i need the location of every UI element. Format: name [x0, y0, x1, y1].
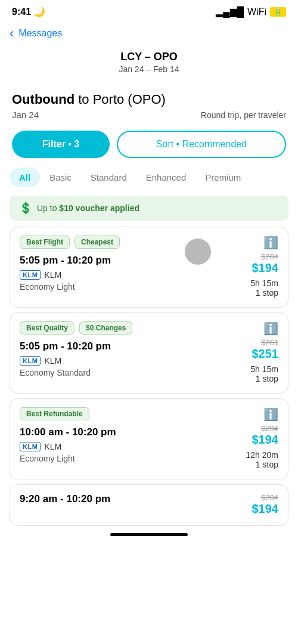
flight-2-times: 5:05 pm - 10:20 pm	[20, 340, 132, 352]
nav-bar: ‹ Messages	[0, 21, 298, 48]
flight-2-airline-row: KLM KLM	[20, 356, 132, 366]
wifi-icon: WiFi	[247, 7, 266, 17]
flight-1-airline-name: KLM	[44, 270, 61, 280]
badge-cheapest: Cheapest	[74, 236, 120, 249]
flight-2-airline-name: KLM	[44, 356, 61, 366]
voucher-text: Up to $10 voucher applied	[37, 203, 139, 213]
flight-3-times: 10:00 am - 10:20 pm	[20, 426, 116, 438]
flight-2-info-icon[interactable]: ℹ️	[263, 321, 278, 336]
badge-best-flight: Best Flight	[20, 236, 70, 249]
flight-1-airline-logo: KLM	[20, 270, 41, 280]
flight-2-airline-logo: KLM	[20, 356, 41, 366]
partial-original-price: $204	[252, 493, 279, 502]
flight-1-stops: 1 stop	[256, 288, 278, 298]
route-title: LCY – OPO	[10, 51, 288, 63]
route-dates: Jan 24 – Feb 14	[10, 64, 288, 74]
flight-2-original-price: $261	[252, 338, 279, 347]
flight-1-info-icon[interactable]: ℹ️	[263, 236, 278, 250]
outbound-label: Outbound	[12, 92, 74, 107]
status-time: 9:41 🌙	[12, 6, 45, 17]
flight-3-current-price: $194	[252, 433, 279, 447]
status-icons: ▂▄▆█ WiFi 🔋	[216, 6, 286, 17]
tab-standard[interactable]: Standard	[81, 168, 136, 187]
flight-2-badges: Best Quality $0 Changes	[20, 321, 132, 335]
flight-card-partial[interactable]: 9:20 am - 10:20 pm $204 $194	[10, 484, 288, 526]
flight-card-3[interactable]: Best Refundable 10:00 am - 10:20 pm KLM …	[10, 398, 288, 479]
home-indicator	[110, 533, 188, 536]
flight-3-info-icon[interactable]: ℹ️	[263, 407, 278, 422]
status-bar: 9:41 🌙 ▂▄▆█ WiFi 🔋	[0, 0, 298, 21]
flight-3-badges: Best Refundable	[20, 407, 116, 420]
route-header: LCY – OPO Jan 24 – Feb 14	[0, 48, 298, 82]
flight-3-airline-name: KLM	[44, 442, 61, 451]
badge-best-refundable: Best Refundable	[20, 407, 89, 420]
flight-1-times: 5:05 pm - 10:20 pm	[20, 255, 120, 267]
filter-sort-row: Filter • 3 Sort • Recommended	[0, 122, 298, 164]
flight-2-price: $261 $251	[252, 338, 279, 361]
flight-1-duration: 5h 15m	[250, 278, 278, 288]
flight-2-stops: 1 stop	[256, 374, 278, 383]
page-title-section: Outbound to Porto (OPO) Jan 24 Round tri…	[0, 82, 298, 122]
flight-1-original-price: $204	[252, 252, 279, 261]
trip-date: Jan 24	[12, 110, 39, 120]
flight-card-1[interactable]: Best Flight Cheapest 5:05 pm - 10:20 pm …	[10, 227, 288, 308]
back-button[interactable]: ‹	[10, 23, 18, 44]
messages-link[interactable]: Messages	[18, 28, 62, 39]
tab-enhanced[interactable]: Enhanced	[136, 168, 196, 187]
flight-3-airline-logo: KLM	[20, 442, 41, 451]
tab-premium[interactable]: Premium	[195, 168, 250, 187]
destination-text: to Porto (OPO)	[78, 92, 166, 107]
badge-zero-changes: $0 Changes	[79, 321, 132, 335]
flight-1-price: $204 $194	[252, 252, 279, 275]
flight-3-stops: 1 stop	[256, 460, 278, 469]
tab-all[interactable]: All	[10, 168, 40, 187]
flight-1-cabin: Economy Light	[20, 282, 120, 292]
voucher-banner: 💲 Up to $10 voucher applied	[10, 196, 288, 221]
tabs-row: All Basic Standard Enhanced Premium	[0, 164, 298, 193]
partial-flight-price: $204 $194	[252, 493, 279, 516]
flight-1-badges: Best Flight Cheapest	[20, 236, 120, 249]
flight-3-price: $204 $194	[252, 424, 279, 447]
flight-2-current-price: $251	[252, 347, 279, 361]
signal-icon: ▂▄▆█	[216, 6, 244, 17]
flight-3-duration: 12h 20m	[246, 450, 278, 460]
outbound-title: Outbound to Porto (OPO)	[12, 92, 286, 107]
trip-meta: Jan 24 Round trip, per traveler	[12, 110, 286, 120]
battery-icon: 🔋	[270, 7, 286, 17]
voucher-icon: 💲	[19, 202, 32, 215]
tab-basic[interactable]: Basic	[40, 168, 81, 187]
trip-type: Round trip, per traveler	[201, 110, 286, 120]
flight-1-airline-row: KLM KLM	[20, 270, 120, 280]
flight-2-cabin: Economy Standard	[20, 368, 132, 377]
sort-button[interactable]: Sort • Recommended	[117, 131, 286, 158]
badge-best-quality: Best Quality	[20, 321, 74, 335]
flight-3-cabin: Economy Light	[20, 454, 116, 463]
filter-button[interactable]: Filter • 3	[12, 131, 110, 158]
flight-2-duration: 5h 15m	[250, 364, 278, 374]
partial-current-price: $194	[252, 502, 279, 516]
flight-card-2[interactable]: Best Quality $0 Changes 5:05 pm - 10:20 …	[10, 312, 288, 394]
partial-flight-times: 9:20 am - 10:20 pm	[20, 493, 110, 505]
flight-3-airline-row: KLM KLM	[20, 442, 116, 451]
flight-3-original-price: $204	[252, 424, 279, 433]
flight-1-current-price: $194	[252, 261, 279, 275]
